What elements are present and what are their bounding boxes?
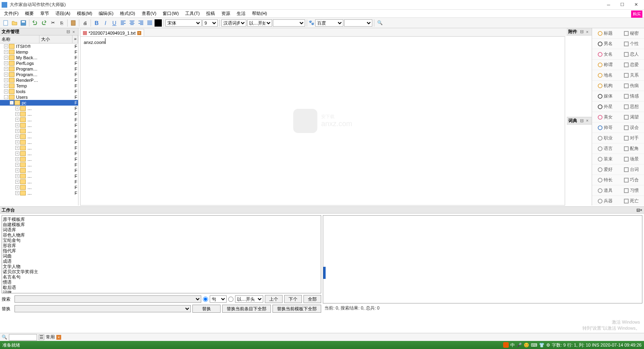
list-item[interactable]: 宝纶金句 <box>3 237 320 243</box>
search-icon[interactable]: 🔍 <box>376 19 384 27</box>
palette-item[interactable]: 对手 <box>618 133 644 143</box>
underline-icon[interactable]: U <box>110 19 118 27</box>
tree-row[interactable]: +…F <box>0 106 78 111</box>
expand-icon[interactable]: + <box>15 152 19 156</box>
expand-icon[interactable]: + <box>15 112 19 116</box>
wb-pin-icon[interactable]: ⊟ <box>636 208 640 213</box>
menu-item[interactable]: 投稿 <box>204 10 217 17</box>
menu-item[interactable]: 资源 <box>219 10 233 17</box>
list-item[interactable]: 容色人物库 <box>3 232 320 237</box>
menu-item[interactable]: 生活 <box>234 10 248 17</box>
minimize-button[interactable]: ─ <box>602 1 615 9</box>
tree-row[interactable]: +…F <box>0 134 78 139</box>
menu-item[interactable]: 编辑(E) <box>96 10 116 17</box>
result-area[interactable] <box>323 215 642 303</box>
dict-pin-icon[interactable]: ⊟ <box>579 118 584 123</box>
palette-item[interactable]: 爱好 <box>592 164 618 175</box>
palette-item[interactable]: 媒体 <box>592 91 618 102</box>
align-right-icon[interactable] <box>137 19 145 27</box>
expand-icon[interactable]: + <box>15 123 19 127</box>
palette-item[interactable]: 外星 <box>592 102 618 112</box>
text-editor[interactable]: anxz.coom 安下载anxz.com <box>80 36 565 206</box>
result-scrollbar[interactable] <box>323 267 326 279</box>
palette-item[interactable]: 标题 <box>592 28 618 39</box>
palette-item[interactable]: 秘密 <box>618 28 644 39</box>
tree-row[interactable]: -pcF <box>0 100 78 106</box>
expand-icon[interactable]: + <box>15 185 19 189</box>
palette-item[interactable]: 巧合 <box>618 175 644 185</box>
list-item[interactable]: 词牌 <box>3 290 320 293</box>
bottom-tab[interactable]: 常用 <box>46 334 55 340</box>
list-item[interactable]: 名言名句 <box>3 274 320 279</box>
col-size[interactable]: 大小 <box>39 35 72 43</box>
search-field[interactable] <box>14 295 201 303</box>
expand-icon[interactable]: - <box>10 101 14 105</box>
tree-row[interactable]: +…F <box>0 117 78 123</box>
replace-entry-button[interactable]: 替换当前条目下全部 <box>222 305 271 313</box>
expand-icon[interactable]: + <box>4 84 8 88</box>
tree-row[interactable]: +…F <box>0 128 78 134</box>
ime-icon[interactable] <box>503 342 509 348</box>
dict-select[interactable]: 汉语词典 <box>221 19 246 27</box>
palette-item[interactable]: 习惯 <box>618 185 644 196</box>
palette-item[interactable]: 职业 <box>592 133 618 143</box>
palette-item[interactable]: 情感 <box>618 91 644 102</box>
wb-close-icon[interactable]: × <box>640 208 642 212</box>
palette-item[interactable]: 道具 <box>592 185 618 196</box>
dict-close-icon[interactable]: × <box>584 118 590 123</box>
tree-row[interactable]: +…F <box>0 151 78 156</box>
expand-icon[interactable]: + <box>15 174 19 178</box>
tab-close-icon[interactable]: × <box>137 31 141 35</box>
menu-item[interactable]: 文件(F) <box>2 10 21 17</box>
expand-icon[interactable]: + <box>15 129 19 133</box>
menu-item[interactable]: 查看(V) <box>139 10 159 17</box>
palette-item[interactable]: 男名 <box>592 39 618 49</box>
palette-item[interactable]: 误会 <box>618 123 644 133</box>
all-button[interactable]: 全部 <box>303 295 321 303</box>
tree-row[interactable]: +…F <box>0 162 78 168</box>
list-item[interactable]: 成语 <box>3 258 320 264</box>
palette-item[interactable]: 渴望 <box>618 112 644 123</box>
mode-select[interactable]: 以…开头 <box>235 295 263 303</box>
palette-item[interactable]: 帅哥 <box>592 123 618 133</box>
replace-template-button[interactable]: 替换当前模板下全部 <box>272 305 321 313</box>
tree-row[interactable]: +RenderP…F <box>0 77 78 83</box>
search-engine-select[interactable]: 百度 <box>315 19 343 27</box>
bottom-search[interactable] <box>9 334 37 341</box>
list-item[interactable]: 指代库 <box>3 248 320 253</box>
tree-row[interactable]: +Program…F <box>0 66 78 72</box>
palette-item[interactable]: 地名 <box>592 70 618 81</box>
list-item[interactable]: 诺贝尔文学奖得主 <box>3 269 320 274</box>
font-select[interactable]: 宋体 <box>165 19 202 27</box>
expand-icon[interactable]: + <box>15 135 19 139</box>
list-item[interactable]: 自建模板库 <box>3 222 320 227</box>
radio-sentence[interactable] <box>203 297 208 302</box>
palette-item[interactable]: 美女 <box>592 112 618 123</box>
file-tree[interactable]: +ITSI©®F+ktempF+My Back…F+PerfLogsF+Prog… <box>0 44 78 206</box>
expand-icon[interactable]: + <box>15 191 19 195</box>
palette-item[interactable]: 装束 <box>592 154 618 164</box>
expand-icon[interactable]: + <box>4 50 8 54</box>
mic-icon[interactable]: 🎤 <box>516 343 522 348</box>
attach-close-icon[interactable]: × <box>584 29 590 34</box>
palette-item[interactable]: 称谓 <box>592 60 618 70</box>
tree-row[interactable]: +PerfLogsF <box>0 60 78 66</box>
maximize-button[interactable]: ☐ <box>616 1 629 9</box>
palette-item[interactable]: 场景 <box>618 154 644 164</box>
expand-icon[interactable]: + <box>15 118 19 122</box>
align-center-icon[interactable] <box>128 19 136 27</box>
unit-select[interactable]: 句 <box>210 295 227 303</box>
attach-pin-icon[interactable]: ⊟ <box>579 29 584 34</box>
expand-icon[interactable]: + <box>15 163 19 167</box>
tree-row[interactable]: +…F <box>0 123 78 128</box>
tree-row[interactable]: +…F <box>0 139 78 145</box>
replace-field[interactable] <box>14 305 191 312</box>
list-item[interactable]: 原干模板库 <box>3 216 320 222</box>
menu-item[interactable]: 格式(O) <box>118 10 138 17</box>
tree-row[interactable]: +…F <box>0 145 78 151</box>
document-tab[interactable]: *20200714094919_1.txt × <box>80 29 144 36</box>
menu-item[interactable]: 工具(T) <box>183 10 202 17</box>
bottom-tab-close-icon[interactable]: × <box>56 335 61 340</box>
palette-item[interactable]: 个性 <box>618 39 644 49</box>
shirt-icon[interactable]: 👕 <box>539 343 545 348</box>
